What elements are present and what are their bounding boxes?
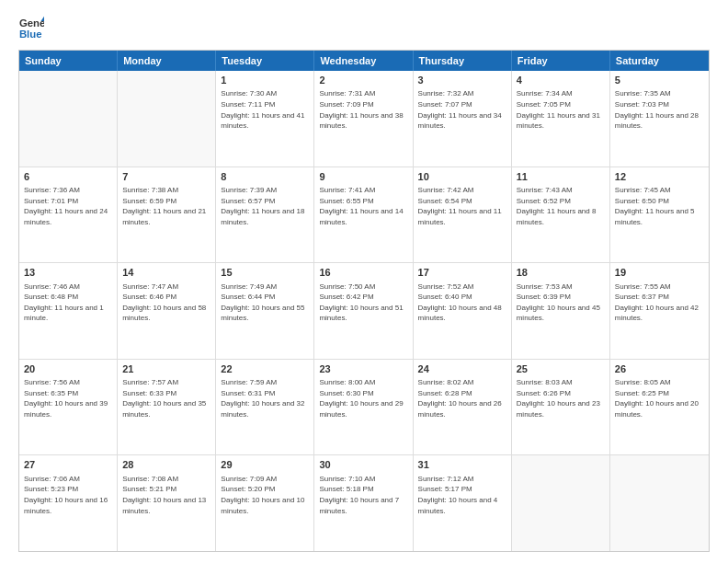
calendar-row: 20Sunrise: 7:56 AMSunset: 6:35 PMDayligh… xyxy=(19,359,709,455)
calendar-cell xyxy=(610,455,709,551)
sun-info: Sunrise: 7:42 AMSunset: 6:54 PMDaylight:… xyxy=(418,185,506,227)
calendar: SundayMondayTuesdayWednesdayThursdayFrid… xyxy=(18,50,710,552)
sun-info: Sunrise: 7:59 AMSunset: 6:31 PMDaylight:… xyxy=(221,377,309,419)
day-number: 2 xyxy=(319,74,407,87)
sun-info: Sunrise: 7:38 AMSunset: 6:59 PMDaylight:… xyxy=(122,185,210,227)
calendar-cell: 11Sunrise: 7:43 AMSunset: 6:52 PMDayligh… xyxy=(512,167,610,263)
calendar-header: SundayMondayTuesdayWednesdayThursdayFrid… xyxy=(19,51,709,71)
calendar-cell: 19Sunrise: 7:55 AMSunset: 6:37 PMDayligh… xyxy=(610,263,709,359)
day-of-week-header: Tuesday xyxy=(216,51,314,71)
calendar-cell: 30Sunrise: 7:10 AMSunset: 5:18 PMDayligh… xyxy=(314,455,413,551)
sun-info: Sunrise: 7:53 AMSunset: 6:39 PMDaylight:… xyxy=(517,282,605,324)
calendar-cell: 14Sunrise: 7:47 AMSunset: 6:46 PMDayligh… xyxy=(118,263,216,359)
day-of-week-header: Thursday xyxy=(414,51,512,71)
calendar-cell: 26Sunrise: 8:05 AMSunset: 6:25 PMDayligh… xyxy=(610,360,709,455)
sun-info: Sunrise: 7:35 AMSunset: 7:03 PMDaylight:… xyxy=(615,88,704,131)
sun-info: Sunrise: 7:56 AMSunset: 6:35 PMDaylight:… xyxy=(24,377,112,419)
sun-info: Sunrise: 7:55 AMSunset: 6:37 PMDaylight:… xyxy=(615,282,704,324)
sun-info: Sunrise: 7:06 AMSunset: 5:23 PMDaylight:… xyxy=(24,474,112,516)
calendar-cell xyxy=(19,71,118,167)
day-number: 4 xyxy=(517,74,605,87)
calendar-page: General Blue SundayMondayTuesdayWednesda… xyxy=(0,0,728,563)
calendar-cell: 9Sunrise: 7:41 AMSunset: 6:55 PMDaylight… xyxy=(314,167,413,263)
day-number: 25 xyxy=(517,362,605,376)
day-number: 6 xyxy=(24,170,112,184)
calendar-cell: 20Sunrise: 7:56 AMSunset: 6:35 PMDayligh… xyxy=(19,360,118,455)
sun-info: Sunrise: 8:02 AMSunset: 6:28 PMDaylight:… xyxy=(418,377,506,419)
sun-info: Sunrise: 7:34 AMSunset: 7:05 PMDaylight:… xyxy=(517,88,605,131)
calendar-row: 6Sunrise: 7:36 AMSunset: 7:01 PMDaylight… xyxy=(19,167,709,263)
day-number: 19 xyxy=(615,266,704,280)
calendar-cell: 1Sunrise: 7:30 AMSunset: 7:11 PMDaylight… xyxy=(216,71,314,167)
sun-info: Sunrise: 7:57 AMSunset: 6:33 PMDaylight:… xyxy=(122,377,210,419)
sun-info: Sunrise: 7:46 AMSunset: 6:48 PMDaylight:… xyxy=(24,282,112,324)
sun-info: Sunrise: 7:32 AMSunset: 7:07 PMDaylight:… xyxy=(418,88,506,131)
sun-info: Sunrise: 7:50 AMSunset: 6:42 PMDaylight:… xyxy=(319,282,407,324)
day-number: 29 xyxy=(221,458,309,472)
day-number: 30 xyxy=(319,458,407,472)
day-number: 11 xyxy=(517,170,605,184)
day-number: 5 xyxy=(615,74,704,87)
calendar-cell: 3Sunrise: 7:32 AMSunset: 7:07 PMDaylight… xyxy=(414,71,512,167)
sun-info: Sunrise: 8:03 AMSunset: 6:26 PMDaylight:… xyxy=(517,377,605,419)
svg-text:General: General xyxy=(19,17,44,29)
calendar-cell: 31Sunrise: 7:12 AMSunset: 5:17 PMDayligh… xyxy=(414,455,512,551)
day-number: 31 xyxy=(418,458,506,472)
calendar-row: 27Sunrise: 7:06 AMSunset: 5:23 PMDayligh… xyxy=(19,454,709,551)
svg-text:Blue: Blue xyxy=(19,29,42,40)
day-number: 3 xyxy=(418,74,506,87)
sun-info: Sunrise: 8:05 AMSunset: 6:25 PMDaylight:… xyxy=(615,377,704,419)
day-of-week-header: Wednesday xyxy=(314,51,413,71)
calendar-cell: 2Sunrise: 7:31 AMSunset: 7:09 PMDaylight… xyxy=(314,71,413,167)
sun-info: Sunrise: 7:12 AMSunset: 5:17 PMDaylight:… xyxy=(418,474,506,516)
calendar-cell: 18Sunrise: 7:53 AMSunset: 6:39 PMDayligh… xyxy=(512,263,610,359)
calendar-cell: 4Sunrise: 7:34 AMSunset: 7:05 PMDaylight… xyxy=(512,71,610,167)
day-number: 23 xyxy=(319,362,407,376)
calendar-cell xyxy=(512,455,610,551)
sun-info: Sunrise: 8:00 AMSunset: 6:30 PMDaylight:… xyxy=(319,377,407,419)
sun-info: Sunrise: 7:10 AMSunset: 5:18 PMDaylight:… xyxy=(319,474,407,516)
day-number: 14 xyxy=(122,266,210,280)
calendar-cell: 22Sunrise: 7:59 AMSunset: 6:31 PMDayligh… xyxy=(216,360,314,455)
day-number: 13 xyxy=(24,266,112,280)
day-number: 1 xyxy=(221,74,309,87)
day-number: 7 xyxy=(122,170,210,184)
day-number: 17 xyxy=(418,266,506,280)
page-header: General Blue xyxy=(18,15,710,40)
logo-icon: General Blue xyxy=(18,15,44,40)
sun-info: Sunrise: 7:43 AMSunset: 6:52 PMDaylight:… xyxy=(517,185,605,227)
day-number: 20 xyxy=(24,362,112,376)
day-number: 15 xyxy=(221,266,309,280)
calendar-cell: 17Sunrise: 7:52 AMSunset: 6:40 PMDayligh… xyxy=(414,263,512,359)
calendar-cell: 28Sunrise: 7:08 AMSunset: 5:21 PMDayligh… xyxy=(118,455,216,551)
day-number: 21 xyxy=(122,362,210,376)
day-of-week-header: Saturday xyxy=(610,51,709,71)
calendar-cell: 29Sunrise: 7:09 AMSunset: 5:20 PMDayligh… xyxy=(216,455,314,551)
calendar-cell: 23Sunrise: 8:00 AMSunset: 6:30 PMDayligh… xyxy=(314,360,413,455)
calendar-cell: 5Sunrise: 7:35 AMSunset: 7:03 PMDaylight… xyxy=(610,71,709,167)
day-of-week-header: Friday xyxy=(512,51,610,71)
day-number: 8 xyxy=(221,170,309,184)
sun-info: Sunrise: 7:41 AMSunset: 6:55 PMDaylight:… xyxy=(319,185,407,227)
calendar-cell: 27Sunrise: 7:06 AMSunset: 5:23 PMDayligh… xyxy=(19,455,118,551)
day-number: 10 xyxy=(418,170,506,184)
calendar-cell: 7Sunrise: 7:38 AMSunset: 6:59 PMDaylight… xyxy=(118,167,216,263)
calendar-cell: 16Sunrise: 7:50 AMSunset: 6:42 PMDayligh… xyxy=(314,263,413,359)
sun-info: Sunrise: 7:39 AMSunset: 6:57 PMDaylight:… xyxy=(221,185,309,227)
calendar-cell: 12Sunrise: 7:45 AMSunset: 6:50 PMDayligh… xyxy=(610,167,709,263)
day-number: 9 xyxy=(319,170,407,184)
calendar-cell: 13Sunrise: 7:46 AMSunset: 6:48 PMDayligh… xyxy=(19,263,118,359)
day-number: 28 xyxy=(122,458,210,472)
day-number: 27 xyxy=(24,458,112,472)
calendar-cell: 25Sunrise: 8:03 AMSunset: 6:26 PMDayligh… xyxy=(512,360,610,455)
calendar-row: 13Sunrise: 7:46 AMSunset: 6:48 PMDayligh… xyxy=(19,262,709,359)
calendar-cell: 10Sunrise: 7:42 AMSunset: 6:54 PMDayligh… xyxy=(414,167,512,263)
sun-info: Sunrise: 7:49 AMSunset: 6:44 PMDaylight:… xyxy=(221,282,309,324)
calendar-cell xyxy=(118,71,216,167)
sun-info: Sunrise: 7:47 AMSunset: 6:46 PMDaylight:… xyxy=(122,282,210,324)
day-number: 12 xyxy=(615,170,704,184)
day-of-week-header: Monday xyxy=(118,51,216,71)
sun-info: Sunrise: 7:08 AMSunset: 5:21 PMDaylight:… xyxy=(122,474,210,516)
calendar-cell: 24Sunrise: 8:02 AMSunset: 6:28 PMDayligh… xyxy=(414,360,512,455)
sun-info: Sunrise: 7:45 AMSunset: 6:50 PMDaylight:… xyxy=(615,185,704,227)
